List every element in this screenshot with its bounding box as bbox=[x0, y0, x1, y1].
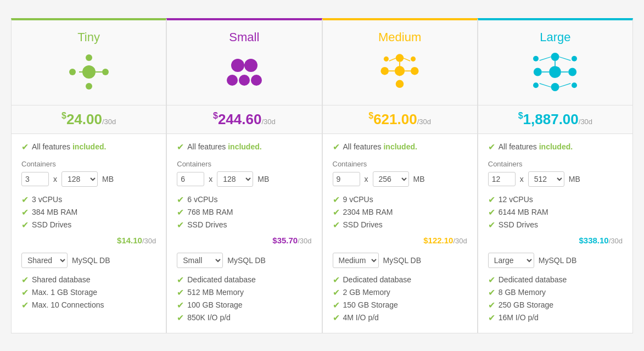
db-type-select-tiny[interactable]: SharedSmallMediumLarge bbox=[21, 253, 68, 268]
containers-count-input-small[interactable] bbox=[177, 172, 204, 186]
check-icon-spec-medium-1: ✔ bbox=[333, 207, 340, 218]
plan-price-medium: $621.00/30d bbox=[368, 111, 431, 127]
spec-list-small: ✔ 6 vCPUs ✔ 768 MB RAM ✔ SSD Drives bbox=[177, 194, 311, 230]
svg-line-40 bbox=[559, 83, 571, 87]
features-included-medium: ✔ All features included. bbox=[333, 142, 467, 152]
sub-price-period-small: /30d bbox=[298, 237, 311, 245]
check-icon-db-large-2: ✔ bbox=[488, 300, 495, 310]
check-icon-db-medium-1: ✔ bbox=[333, 287, 340, 298]
plan-icon-medium bbox=[372, 50, 427, 94]
spec-text-tiny-0: 3 vCPUs bbox=[32, 195, 62, 204]
containers-memory-select-small[interactable]: 641282565121024 bbox=[217, 171, 253, 187]
plan-title-large: Large bbox=[484, 30, 627, 44]
plan-title-tiny: Tiny bbox=[17, 30, 160, 44]
check-icon-spec-tiny-1: ✔ bbox=[21, 207, 29, 218]
svg-point-9 bbox=[244, 59, 257, 72]
plan-header-medium: Medium bbox=[323, 20, 477, 105]
spec-text-small-0: 6 vCPUs bbox=[187, 195, 217, 204]
plan-price-row-medium: $621.00/30d bbox=[323, 105, 477, 134]
svg-point-35 bbox=[533, 82, 539, 88]
check-icon-spec-large-2: ✔ bbox=[488, 220, 495, 230]
spec-text-tiny-2: SSD Drives bbox=[32, 220, 71, 229]
db-label-medium: MySQL DB bbox=[383, 256, 422, 265]
db-type-select-large[interactable]: SharedSmallMediumLarge bbox=[488, 253, 534, 268]
plan-card-tiny: Tiny $24.00/30d ✔ All features included. bbox=[11, 18, 166, 333]
price-dollar-large: $ bbox=[518, 111, 523, 120]
spec-text-small-1: 768 MB RAM bbox=[187, 208, 233, 216]
db-feature-item-small-1: ✔ 512 MB Memory bbox=[177, 287, 311, 298]
svg-line-39 bbox=[540, 83, 551, 87]
spec-item-large-1: ✔ 6144 MB RAM bbox=[488, 207, 623, 218]
db-type-select-medium[interactable]: SharedSmallMediumLarge bbox=[333, 253, 379, 268]
sub-price-amount-tiny: $14.10 bbox=[117, 236, 142, 245]
check-icon-spec-small-0: ✔ bbox=[177, 194, 184, 205]
features-included-tiny: ✔ All features included. bbox=[21, 142, 156, 152]
db-feature-text-large-0: Dedicated database bbox=[499, 275, 567, 284]
plan-header-tiny: Tiny bbox=[12, 20, 166, 105]
db-type-select-small[interactable]: SharedSmallMediumLarge bbox=[177, 253, 223, 268]
db-row-small: SharedSmallMediumLarge MySQL DB bbox=[177, 253, 311, 268]
svg-point-36 bbox=[572, 82, 577, 88]
spec-text-large-1: 6144 MB RAM bbox=[499, 208, 548, 216]
price-dollar-medium: $ bbox=[368, 111, 373, 120]
db-feature-text-small-0: Dedicated database bbox=[187, 275, 256, 284]
containers-row-tiny: x 641282565121024 MB bbox=[21, 171, 156, 187]
plan-header-large: Large bbox=[478, 20, 632, 105]
db-feature-text-medium-1: 2 GB Memory bbox=[343, 288, 390, 297]
db-row-tiny: SharedSmallMediumLarge MySQL DB bbox=[21, 253, 156, 268]
containers-count-input-large[interactable] bbox=[488, 172, 516, 186]
check-icon-db-large-1: ✔ bbox=[488, 287, 495, 298]
svg-line-38 bbox=[559, 57, 571, 60]
check-icon-db-small-1: ✔ bbox=[177, 287, 184, 298]
check-icon-db-tiny-2: ✔ bbox=[21, 300, 29, 310]
plan-body-tiny: ✔ All features included. Containers x 64… bbox=[12, 134, 166, 333]
spec-list-medium: ✔ 9 vCPUs ✔ 2304 MB RAM ✔ SSD Drives bbox=[333, 194, 467, 230]
db-feature-item-tiny-0: ✔ Shared database bbox=[21, 275, 156, 285]
sub-price-medium: $122.10/30d bbox=[333, 236, 467, 245]
containers-count-input-medium[interactable] bbox=[333, 172, 360, 186]
plan-card-medium: Medium $621.00/30d ✔ Al bbox=[322, 18, 478, 333]
plans-container: Tiny $24.00/30d ✔ All features included. bbox=[11, 18, 633, 333]
db-feature-text-small-3: 850K I/O p/d bbox=[187, 313, 231, 322]
db-feature-text-small-1: 512 MB Memory bbox=[187, 288, 244, 297]
containers-memory-select-large[interactable]: 641282565121024 bbox=[528, 171, 564, 187]
check-icon-db-small-2: ✔ bbox=[177, 300, 184, 310]
db-feature-text-small-2: 100 GB Storage bbox=[187, 300, 242, 309]
db-features-list-tiny: ✔ Shared database ✔ Max. 1 GB Storage ✔ … bbox=[21, 275, 156, 310]
plan-price-tiny: $24.00/30d bbox=[61, 111, 116, 127]
db-feature-text-large-1: 8 GB Memory bbox=[499, 288, 546, 297]
containers-memory-select-medium[interactable]: 641282565121024 bbox=[373, 171, 409, 187]
db-feature-item-small-0: ✔ Dedicated database bbox=[177, 275, 311, 285]
spec-item-small-0: ✔ 6 vCPUs bbox=[177, 194, 311, 205]
features-text-medium: All features included. bbox=[343, 142, 417, 151]
plan-body-medium: ✔ All features included. Containers x 64… bbox=[323, 134, 477, 333]
svg-point-15 bbox=[411, 66, 419, 75]
db-feature-item-medium-3: ✔ 4M I/O p/d bbox=[333, 313, 467, 323]
db-feature-item-medium-0: ✔ Dedicated database bbox=[333, 275, 467, 285]
containers-memory-select-tiny[interactable]: 641282565121024 bbox=[61, 171, 98, 187]
check-icon-spec-large-1: ✔ bbox=[488, 207, 495, 218]
plan-body-small: ✔ All features included. Containers x 64… bbox=[167, 134, 321, 333]
svg-point-29 bbox=[551, 83, 559, 91]
containers-mb-medium: MB bbox=[413, 175, 425, 183]
containers-row-large: x 641282565121024 MB bbox=[488, 171, 623, 187]
db-feature-item-small-3: ✔ 850K I/O p/d bbox=[177, 313, 311, 323]
sub-price-period-large: /30d bbox=[609, 237, 623, 245]
sub-price-amount-small: $35.70 bbox=[272, 236, 298, 245]
db-feature-item-tiny-1: ✔ Max. 1 GB Storage bbox=[21, 287, 156, 298]
containers-count-input-tiny[interactable] bbox=[21, 172, 49, 186]
svg-point-8 bbox=[231, 59, 244, 72]
containers-label-small: Containers bbox=[177, 160, 311, 168]
plan-title-medium: Medium bbox=[328, 30, 472, 44]
features-text-large: All features included. bbox=[499, 142, 573, 151]
sub-price-small: $35.70/30d bbox=[177, 236, 311, 245]
spec-item-large-2: ✔ SSD Drives bbox=[488, 220, 623, 230]
db-label-large: MySQL DB bbox=[539, 256, 577, 265]
check-icon-spec-large-0: ✔ bbox=[488, 194, 495, 205]
price-dollar-tiny: $ bbox=[61, 111, 66, 120]
check-icon-db-small-3: ✔ bbox=[177, 313, 184, 323]
containers-mb-tiny: MB bbox=[102, 175, 114, 183]
spec-item-small-1: ✔ 768 MB RAM bbox=[177, 207, 311, 218]
svg-line-23 bbox=[389, 58, 396, 60]
plan-body-large: ✔ All features included. Containers x 64… bbox=[478, 134, 632, 333]
